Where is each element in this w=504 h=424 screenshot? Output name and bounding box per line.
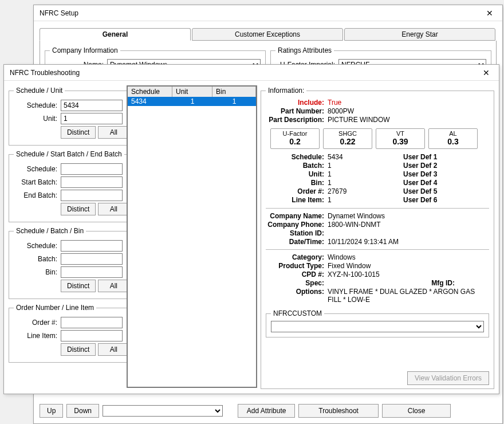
- grp3-all-button[interactable]: All: [98, 280, 129, 292]
- grid-cell: 5434: [128, 97, 172, 106]
- shgc-value: 0.22: [324, 137, 372, 146]
- schedule-unit-group: Schedule / Unit Schedule: Unit: Distinct…: [9, 87, 136, 146]
- info-line-label: Line Item:: [266, 196, 328, 204]
- down-button[interactable]: Down: [66, 404, 99, 418]
- company-phone-label: Company Phone:: [266, 221, 328, 229]
- spec-label: Spec:: [266, 279, 328, 287]
- ufactor-metric: U-Factor 0.2: [270, 128, 320, 149]
- schedule-batch-bin-legend: Schedule / Batch / Bin: [14, 227, 86, 235]
- grp1-unit-label: Unit:: [14, 115, 61, 123]
- options-label: Options:: [266, 288, 328, 304]
- include-value: True: [328, 99, 489, 107]
- info-order-label: Order #:: [266, 187, 328, 195]
- partdesc-value: PICTURE WINDOW: [328, 116, 489, 124]
- info-batch-label: Batch:: [266, 162, 328, 170]
- info-unit-value: 1: [328, 170, 403, 178]
- grp1-all-button[interactable]: All: [98, 126, 129, 139]
- grp1-unit-input[interactable]: [61, 113, 123, 124]
- userdef1-label: User Def 1: [403, 153, 440, 161]
- partdesc-label: Part Description:: [266, 116, 328, 124]
- ufactor-heading: U-Factor: [271, 130, 319, 137]
- datetime-value: 10/11/2024 9:13:41 AM: [328, 238, 489, 246]
- setup-titlebar: NFRC Setup ✕: [34, 5, 502, 21]
- grp2-startbatch-input[interactable]: [61, 176, 123, 188]
- order-line-group: Order Number / Line Item Order #: Line I…: [9, 304, 136, 363]
- tab-customer-exceptions[interactable]: Customer Exceptions: [192, 28, 343, 41]
- category-value: Windows: [328, 253, 489, 261]
- grp4-order-input[interactable]: [61, 317, 123, 328]
- add-attribute-button[interactable]: Add Attribute: [238, 404, 295, 418]
- results-grid[interactable]: Schedule Unit Bin 5434 1 1: [127, 85, 257, 388]
- view-validation-errors-button[interactable]: View Validation Errors: [407, 371, 489, 385]
- options-value: VINYL FRAME * DUAL GLAZED * ARGON GAS FI…: [328, 288, 489, 304]
- grid-col-unit[interactable]: Unit: [172, 87, 212, 97]
- info-schedule-label: Schedule:: [266, 153, 328, 161]
- grp2-end-label: End Batch:: [14, 191, 61, 199]
- grp2-start-label: Start Batch:: [14, 178, 61, 186]
- partnumber-label: Part Number:: [266, 107, 328, 115]
- close-button[interactable]: Close: [382, 404, 451, 418]
- grp3-batch-input[interactable]: [61, 253, 123, 265]
- troubleshoot-button[interactable]: Troubleshoot: [298, 404, 379, 418]
- grid-row[interactable]: 5434 1 1: [128, 97, 256, 106]
- vt-metric: VT 0.39: [376, 128, 425, 149]
- information-legend: Information:: [266, 87, 306, 95]
- grp4-all-button[interactable]: All: [98, 343, 129, 356]
- userdef3-label: User Def 3: [403, 170, 440, 178]
- grp2-schedule-input[interactable]: [61, 163, 123, 175]
- include-label: Include:: [266, 99, 328, 107]
- grp3-schedule-input[interactable]: [61, 240, 123, 252]
- nfrccustom-group: NFRCCUSTOM: [266, 309, 489, 337]
- tab-general[interactable]: General: [40, 28, 191, 41]
- grp2-distinct-button[interactable]: Distinct: [61, 203, 96, 215]
- schedule-startend-legend: Schedule / Start Batch / End Batch: [14, 150, 124, 158]
- nfrccustom-legend: NFRCCUSTOM: [271, 309, 324, 317]
- userdef6-label: User Def 6: [403, 196, 440, 204]
- company-name-value: Dynamet Windows: [328, 212, 489, 220]
- info-unit-label: Unit:: [266, 170, 328, 178]
- setup-close-button[interactable]: ✕: [478, 6, 501, 21]
- grp3-bin-label: Bin:: [14, 268, 61, 276]
- attribute-combo[interactable]: [103, 405, 223, 417]
- nfrccustom-combo[interactable]: [271, 321, 484, 332]
- information-group: Information: Include: True Part Number: …: [261, 87, 494, 389]
- station-id-value: [328, 229, 489, 237]
- grid-cell: 1: [212, 97, 256, 106]
- grp2-endbatch-input[interactable]: [61, 190, 123, 201]
- grp3-bin-input[interactable]: [61, 266, 123, 278]
- station-id-label: Station ID:: [266, 229, 328, 237]
- grp1-schedule-input[interactable]: [61, 100, 123, 111]
- mfg-id-label: Mfg ID:: [431, 279, 455, 287]
- datetime-label: Date/Time:: [266, 238, 328, 246]
- grp2-schedule-label: Schedule:: [14, 165, 61, 173]
- trouble-close-button[interactable]: ✕: [475, 65, 498, 80]
- userdef2-label: User Def 2: [403, 162, 440, 170]
- al-value: 0.3: [429, 137, 477, 146]
- trouble-titlebar: NFRC Troubleshooting ✕: [4, 65, 499, 81]
- grp3-batch-label: Batch:: [14, 255, 61, 263]
- up-button[interactable]: Up: [40, 404, 63, 418]
- grp1-distinct-button[interactable]: Distinct: [61, 126, 96, 139]
- grp4-line-input[interactable]: [61, 330, 123, 341]
- al-heading: AL: [429, 130, 477, 137]
- info-line-value: 1: [328, 196, 403, 204]
- grp1-schedule-label: Schedule:: [14, 101, 61, 109]
- cpd-value: XYZ-N-100-1015: [328, 270, 489, 278]
- userdef4-label: User Def 4: [403, 179, 440, 187]
- schedule-unit-legend: Schedule / Unit: [14, 87, 65, 95]
- grp4-distinct-button[interactable]: Distinct: [61, 343, 96, 356]
- grp3-schedule-label: Schedule:: [14, 242, 61, 250]
- grid-col-schedule[interactable]: Schedule: [128, 87, 172, 97]
- al-metric: AL 0.3: [428, 128, 478, 149]
- tab-energy-star[interactable]: Energy Star: [344, 28, 495, 41]
- company-name-label: Company Name:: [266, 212, 328, 220]
- order-line-legend: Order Number / Line Item: [14, 304, 96, 312]
- ratings-legend: Ratings Attributes: [275, 46, 334, 54]
- grp2-all-button[interactable]: All: [98, 203, 129, 215]
- ufactor-value: 0.2: [271, 137, 319, 146]
- grid-col-bin[interactable]: Bin: [212, 87, 256, 97]
- grp3-distinct-button[interactable]: Distinct: [61, 280, 96, 292]
- shgc-metric: SHGC 0.22: [323, 128, 372, 149]
- schedule-batch-bin-group: Schedule / Batch / Bin Schedule: Batch: …: [9, 227, 136, 299]
- grp4-line-label: Line Item:: [14, 332, 61, 340]
